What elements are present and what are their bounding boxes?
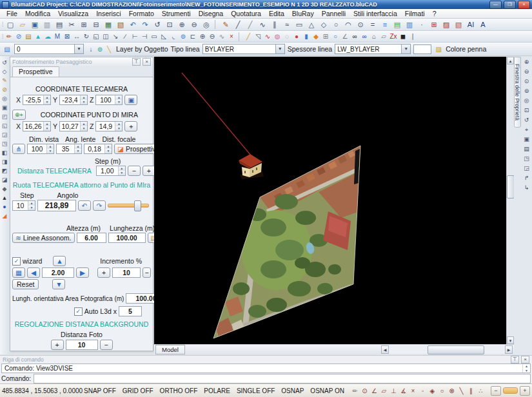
osnap-track-icon[interactable]: ∴ [476, 387, 486, 394]
spinner[interactable]: ▲▼ [28, 201, 35, 210]
auto-l3d-field[interactable]: 5 [119, 306, 142, 316]
slider-thumb[interactable] [134, 200, 141, 211]
copy-image-icon[interactable]: ▦ [103, 19, 115, 30]
mira-x-field[interactable]: 16,26▲▼ [23, 121, 51, 131]
tab-prospettive[interactable]: Prospettive [12, 66, 59, 77]
osnap-angle-icon[interactable]: ∠ [369, 387, 379, 394]
pin-icon[interactable]: ⊤ [511, 356, 519, 363]
block-insert-icon[interactable]: ▥ [404, 19, 416, 30]
box-3d-icon[interactable]: ⊠ [63, 32, 72, 42]
maximize-button[interactable]: ❐ [504, 1, 516, 9]
fillet-icon[interactable]: ◟ [169, 32, 179, 42]
render-icon[interactable]: ◎ [1, 94, 9, 103]
pick-target-button[interactable]: ⌖ [124, 121, 137, 131]
paste-special-icon[interactable]: ▧ [115, 19, 127, 30]
multiline-icon[interactable]: ≡ [379, 19, 391, 30]
menu-item[interactable]: Pannelli [318, 10, 350, 17]
move-up-button[interactable]: ▲ [53, 256, 66, 266]
arc-icon[interactable]: ◠ [342, 19, 355, 30]
wizard-checkbox[interactable]: ✓ [12, 257, 21, 266]
angolo-field[interactable]: 218,89 [37, 200, 76, 211]
layer-select[interactable]: 0 ▼ [14, 44, 84, 54]
camera-z-field[interactable]: 100▲▼ [95, 95, 123, 105]
perspective-view-icon[interactable]: ◢ [1, 211, 9, 220]
point-icon[interactable]: · [416, 19, 428, 30]
osnap-parallelogram-icon[interactable]: ▱ [379, 387, 389, 394]
extend-icon[interactable]: ⊢ [130, 32, 140, 42]
z-axis-icon[interactable]: Zx [389, 32, 399, 42]
scroll-up-icon[interactable]: ▲ [507, 57, 514, 64]
foto-plus-button[interactable]: + [51, 340, 64, 350]
zoom-window-icon[interactable]: ⊡ [522, 106, 531, 115]
osnap-tangent-icon[interactable]: ⊗ [447, 387, 457, 394]
walk-icon[interactable]: ▲ [1, 193, 9, 202]
background-button[interactable]: ▦ [12, 267, 25, 278]
rotate-ccw-button[interactable]: ↶ [78, 200, 91, 211]
menu-item[interactable]: BluRay [288, 10, 318, 17]
blob-icon[interactable]: ◌ [282, 32, 292, 42]
tab-model[interactable]: Model [155, 345, 185, 354]
edit-pencil-icon[interactable]: ✏ [5, 32, 14, 42]
mesh-icon[interactable]: ▲ [34, 32, 43, 42]
status-toggle[interactable]: OSNAP ON [307, 387, 348, 394]
incremento-field[interactable]: 10 [112, 267, 141, 278]
shape-icon[interactable]: ▱ [379, 32, 389, 42]
distance-minus-button[interactable]: − [128, 166, 141, 176]
scrollbar-thumb[interactable] [428, 345, 484, 354]
camera-x-field[interactable]: -25,5▲▼ [23, 95, 51, 105]
status-toggle[interactable]: OSNAP [278, 387, 307, 394]
text-edit-icon[interactable]: AI [465, 19, 477, 30]
zoom-realtime-icon[interactable]: ⊕ [522, 57, 531, 67]
view-back-icon[interactable]: ◨ [1, 157, 9, 166]
menu-item[interactable]: ? [429, 10, 440, 17]
cube-icon[interactable]: ◼ [399, 32, 408, 42]
reset-button[interactable]: Reset [12, 279, 39, 289]
print-icon[interactable]: ▤ [54, 19, 66, 30]
zoom-slider[interactable] [503, 387, 518, 394]
zoom-in-icon[interactable]: ⊕ [176, 19, 188, 30]
menu-item[interactable]: Filmati [401, 10, 429, 17]
view-right-icon[interactable]: ◳ [1, 139, 9, 148]
spinner[interactable]: ▲▼ [80, 95, 87, 104]
polygon-icon[interactable]: △ [306, 19, 318, 30]
undo-icon[interactable]: ↶ [127, 19, 139, 30]
viewport-scrollbar-vertical[interactable]: ▲ ▼ [506, 57, 514, 344]
save-all-icon[interactable]: ▥ [41, 19, 54, 30]
spinner[interactable]: ▲▼ [115, 95, 122, 104]
menu-item[interactable]: Disegna [195, 10, 228, 17]
view-bottom-icon[interactable]: ◱ [1, 121, 9, 130]
curve-icon[interactable]: ∿ [263, 32, 273, 42]
spinner[interactable]: ▲▼ [118, 166, 125, 175]
move-right-button[interactable]: ▶ [76, 267, 89, 278]
open-file-icon[interactable]: ▱ [17, 19, 29, 30]
osnap-sketch-icon[interactable]: ✏ [350, 387, 360, 394]
region-icon[interactable]: ⊚ [179, 32, 188, 42]
save-icon[interactable]: ▣ [29, 19, 41, 30]
close-button[interactable]: × [518, 1, 530, 9]
zoom-window-icon[interactable]: ⊡ [164, 19, 176, 30]
ang-lente-field[interactable]: 35▲▼ [56, 144, 82, 154]
lamp-icon[interactable]: ○ [331, 32, 340, 42]
step-field[interactable]: 10▲▼ [12, 200, 35, 211]
zoom-extents-icon[interactable]: ◎ [522, 96, 531, 106]
mirror-icon[interactable]: ◫ [101, 32, 111, 42]
menu-item[interactable]: Formato [125, 10, 158, 17]
spinner[interactable]: ▲▼ [80, 122, 87, 131]
corner-tool-icon[interactable]: ◹ [253, 32, 263, 42]
osnap-circle-icon[interactable]: ○ [437, 387, 447, 394]
zoom-orbit-icon[interactable]: ⊙ [522, 77, 531, 86]
trim-icon[interactable]: ∕ [121, 32, 130, 42]
toolbar-handle[interactable]: ⁞ [2, 34, 3, 40]
zoom-plus-button[interactable]: + [520, 386, 530, 396]
stretch-icon[interactable]: ↘ [111, 32, 121, 42]
spinner[interactable]: ▲▼ [104, 144, 112, 153]
spring-icon[interactable]: ∿ [217, 32, 227, 42]
menu-item[interactable]: Edita [265, 10, 288, 17]
rectangle-icon[interactable]: ▭ [293, 19, 306, 30]
incremento-minus-button[interactable]: − [143, 267, 151, 278]
layer-match-icon[interactable]: ╲ [104, 46, 113, 53]
named-views-icon[interactable]: ▤ [522, 144, 531, 154]
dim-vista-field[interactable]: 100▲▼ [27, 144, 54, 154]
cloud-icon[interactable]: ☁ [43, 32, 53, 42]
dist-focale-field[interactable]: 0,18▲▼ [84, 144, 112, 154]
